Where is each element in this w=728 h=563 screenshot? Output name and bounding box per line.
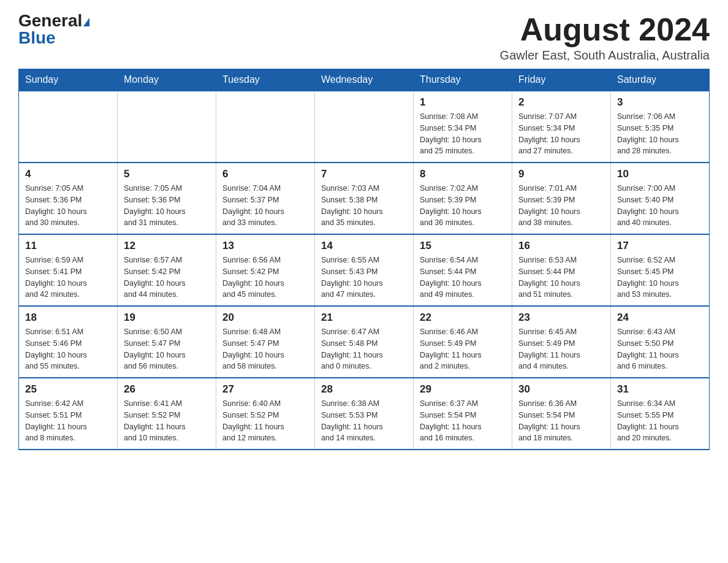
calendar-day-cell: 29Sunrise: 6:37 AMSunset: 5:54 PMDayligh… xyxy=(414,378,512,450)
calendar-day-cell: 26Sunrise: 6:41 AMSunset: 5:52 PMDayligh… xyxy=(118,378,216,450)
day-number: 1 xyxy=(420,96,506,109)
day-of-week-header: Friday xyxy=(512,69,611,91)
day-info: Sunrise: 7:07 AMSunset: 5:34 PMDaylight:… xyxy=(518,111,604,157)
calendar-day-cell: 4Sunrise: 7:05 AMSunset: 5:36 PMDaylight… xyxy=(19,163,118,234)
day-info: Sunrise: 6:53 AMSunset: 5:44 PMDaylight:… xyxy=(518,255,604,301)
day-number: 6 xyxy=(222,168,308,180)
day-number: 10 xyxy=(617,168,703,180)
day-number: 31 xyxy=(617,383,703,396)
day-number: 21 xyxy=(321,312,407,324)
day-number: 7 xyxy=(321,168,407,180)
day-number: 17 xyxy=(617,240,703,252)
calendar-day-cell xyxy=(315,91,414,163)
calendar-day-cell: 19Sunrise: 6:50 AMSunset: 5:47 PMDayligh… xyxy=(118,306,216,378)
calendar-day-cell xyxy=(216,91,315,163)
calendar-day-cell: 15Sunrise: 6:54 AMSunset: 5:44 PMDayligh… xyxy=(414,234,512,306)
calendar-day-cell: 13Sunrise: 6:56 AMSunset: 5:42 PMDayligh… xyxy=(216,234,315,306)
day-number: 29 xyxy=(420,383,506,396)
logo-general: General xyxy=(18,11,82,30)
calendar-day-cell: 31Sunrise: 6:34 AMSunset: 5:55 PMDayligh… xyxy=(611,378,710,450)
day-info: Sunrise: 6:36 AMSunset: 5:54 PMDaylight:… xyxy=(518,398,604,444)
day-number: 25 xyxy=(25,383,111,396)
day-info: Sunrise: 6:37 AMSunset: 5:54 PMDaylight:… xyxy=(420,398,506,444)
calendar-week-row: 1Sunrise: 7:08 AMSunset: 5:34 PMDaylight… xyxy=(19,91,710,163)
calendar-day-cell: 8Sunrise: 7:02 AMSunset: 5:39 PMDaylight… xyxy=(414,163,512,234)
calendar-day-cell: 25Sunrise: 6:42 AMSunset: 5:51 PMDayligh… xyxy=(19,378,118,450)
day-number: 2 xyxy=(518,96,604,109)
calendar-day-cell: 28Sunrise: 6:38 AMSunset: 5:53 PMDayligh… xyxy=(315,378,414,450)
calendar-day-cell: 20Sunrise: 6:48 AMSunset: 5:47 PMDayligh… xyxy=(216,306,315,378)
calendar-day-cell: 7Sunrise: 7:03 AMSunset: 5:38 PMDaylight… xyxy=(315,163,414,234)
logo: General Blue xyxy=(18,12,89,47)
day-number: 22 xyxy=(420,312,506,324)
day-of-week-header: Tuesday xyxy=(216,69,315,91)
day-of-week-header: Sunday xyxy=(19,69,118,91)
calendar-table: SundayMondayTuesdayWednesdayThursdayFrid… xyxy=(18,69,710,450)
logo-blue: Blue xyxy=(18,29,56,47)
day-number: 3 xyxy=(617,96,703,109)
day-info: Sunrise: 7:02 AMSunset: 5:39 PMDaylight:… xyxy=(420,183,506,229)
day-info: Sunrise: 7:05 AMSunset: 5:36 PMDaylight:… xyxy=(25,183,111,229)
calendar-week-row: 18Sunrise: 6:51 AMSunset: 5:46 PMDayligh… xyxy=(19,306,710,378)
day-info: Sunrise: 7:00 AMSunset: 5:40 PMDaylight:… xyxy=(617,183,703,229)
day-of-week-header: Thursday xyxy=(414,69,512,91)
day-info: Sunrise: 6:51 AMSunset: 5:46 PMDaylight:… xyxy=(25,326,111,372)
day-number: 24 xyxy=(617,312,703,324)
calendar-day-cell: 10Sunrise: 7:00 AMSunset: 5:40 PMDayligh… xyxy=(611,163,710,234)
calendar-day-cell xyxy=(19,91,118,163)
month-title: August 2024 xyxy=(500,12,710,47)
day-info: Sunrise: 7:05 AMSunset: 5:36 PMDaylight:… xyxy=(124,183,210,229)
calendar-day-cell: 18Sunrise: 6:51 AMSunset: 5:46 PMDayligh… xyxy=(19,306,118,378)
day-info: Sunrise: 6:59 AMSunset: 5:41 PMDaylight:… xyxy=(25,255,111,301)
calendar-day-cell: 17Sunrise: 6:52 AMSunset: 5:45 PMDayligh… xyxy=(611,234,710,306)
day-info: Sunrise: 6:48 AMSunset: 5:47 PMDaylight:… xyxy=(222,326,308,372)
calendar-day-cell: 3Sunrise: 7:06 AMSunset: 5:35 PMDaylight… xyxy=(611,91,710,163)
calendar-day-cell: 2Sunrise: 7:07 AMSunset: 5:34 PMDaylight… xyxy=(512,91,611,163)
day-of-week-header: Monday xyxy=(118,69,216,91)
day-info: Sunrise: 6:52 AMSunset: 5:45 PMDaylight:… xyxy=(617,255,703,301)
day-info: Sunrise: 7:04 AMSunset: 5:37 PMDaylight:… xyxy=(222,183,308,229)
logo-text: General xyxy=(18,12,89,29)
calendar-day-cell: 30Sunrise: 6:36 AMSunset: 5:54 PMDayligh… xyxy=(512,378,611,450)
calendar-week-row: 11Sunrise: 6:59 AMSunset: 5:41 PMDayligh… xyxy=(19,234,710,306)
day-number: 18 xyxy=(25,312,111,324)
day-info: Sunrise: 6:38 AMSunset: 5:53 PMDaylight:… xyxy=(321,398,407,444)
calendar-day-cell: 23Sunrise: 6:45 AMSunset: 5:49 PMDayligh… xyxy=(512,306,611,378)
day-info: Sunrise: 6:54 AMSunset: 5:44 PMDaylight:… xyxy=(420,255,506,301)
location-subtitle: Gawler East, South Australia, Australia xyxy=(500,48,710,63)
day-number: 16 xyxy=(518,240,604,252)
day-info: Sunrise: 6:43 AMSunset: 5:50 PMDaylight:… xyxy=(617,326,703,372)
day-info: Sunrise: 6:55 AMSunset: 5:43 PMDaylight:… xyxy=(321,255,407,301)
day-info: Sunrise: 6:47 AMSunset: 5:48 PMDaylight:… xyxy=(321,326,407,372)
calendar-day-cell xyxy=(118,91,216,163)
calendar-day-cell: 27Sunrise: 6:40 AMSunset: 5:52 PMDayligh… xyxy=(216,378,315,450)
calendar-day-cell: 1Sunrise: 7:08 AMSunset: 5:34 PMDaylight… xyxy=(414,91,512,163)
day-number: 8 xyxy=(420,168,506,180)
day-info: Sunrise: 7:01 AMSunset: 5:39 PMDaylight:… xyxy=(518,183,604,229)
day-number: 4 xyxy=(25,168,111,180)
day-info: Sunrise: 6:40 AMSunset: 5:52 PMDaylight:… xyxy=(222,398,308,444)
day-info: Sunrise: 6:41 AMSunset: 5:52 PMDaylight:… xyxy=(124,398,210,444)
calendar-day-cell: 24Sunrise: 6:43 AMSunset: 5:50 PMDayligh… xyxy=(611,306,710,378)
title-block: August 2024 Gawler East, South Australia… xyxy=(500,12,710,63)
calendar-day-cell: 9Sunrise: 7:01 AMSunset: 5:39 PMDaylight… xyxy=(512,163,611,234)
day-info: Sunrise: 7:03 AMSunset: 5:38 PMDaylight:… xyxy=(321,183,407,229)
day-number: 26 xyxy=(124,383,210,396)
day-info: Sunrise: 6:34 AMSunset: 5:55 PMDaylight:… xyxy=(617,398,703,444)
day-number: 11 xyxy=(25,240,111,252)
calendar-week-row: 4Sunrise: 7:05 AMSunset: 5:36 PMDaylight… xyxy=(19,163,710,234)
day-info: Sunrise: 6:57 AMSunset: 5:42 PMDaylight:… xyxy=(124,255,210,301)
day-number: 14 xyxy=(321,240,407,252)
day-number: 30 xyxy=(518,383,604,396)
day-of-week-header: Wednesday xyxy=(315,69,414,91)
day-info: Sunrise: 6:42 AMSunset: 5:51 PMDaylight:… xyxy=(25,398,111,444)
calendar-day-cell: 5Sunrise: 7:05 AMSunset: 5:36 PMDaylight… xyxy=(118,163,216,234)
day-number: 15 xyxy=(420,240,506,252)
calendar-week-row: 25Sunrise: 6:42 AMSunset: 5:51 PMDayligh… xyxy=(19,378,710,450)
day-number: 9 xyxy=(518,168,604,180)
day-info: Sunrise: 7:06 AMSunset: 5:35 PMDaylight:… xyxy=(617,111,703,157)
logo-triangle-icon xyxy=(83,18,89,26)
day-number: 12 xyxy=(124,240,210,252)
day-number: 23 xyxy=(518,312,604,324)
day-info: Sunrise: 6:56 AMSunset: 5:42 PMDaylight:… xyxy=(222,255,308,301)
